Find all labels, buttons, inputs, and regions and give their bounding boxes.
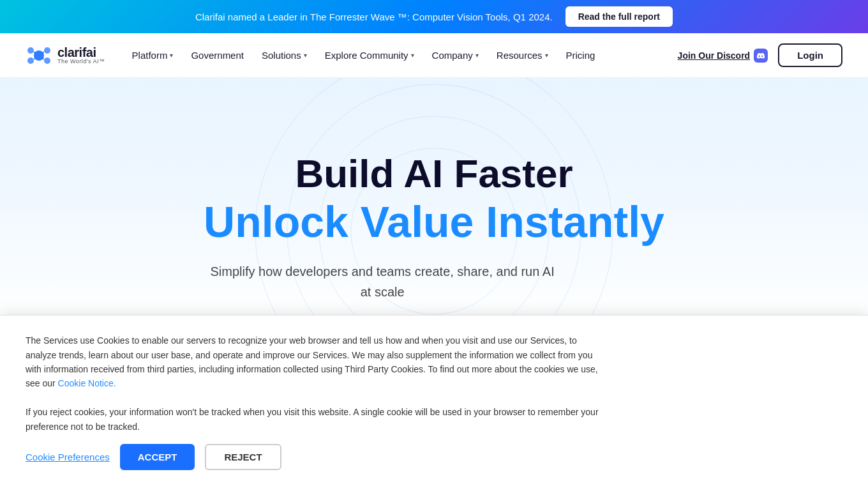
solutions-label: Solutions: [262, 50, 301, 61]
resources-chevron-icon: ▾: [545, 52, 548, 59]
banner-text: Clarifai named a Leader in The Forrester…: [195, 11, 553, 22]
navbar: clarifai The World's AI™ Platform ▾ Gove…: [0, 33, 868, 78]
nav-item-resources[interactable]: Resources ▾: [489, 45, 556, 66]
svg-point-1: [27, 47, 34, 54]
platform-chevron-icon: ▾: [170, 52, 173, 59]
nav-item-pricing[interactable]: Pricing: [558, 45, 603, 66]
login-button[interactable]: Login: [778, 43, 842, 67]
cookie-text-block: The Services use Cookies to enable our s…: [26, 333, 600, 385]
discord-label: Join Our Discord: [678, 50, 751, 61]
nav-item-explore-community[interactable]: Explore Community ▾: [317, 45, 422, 66]
cookie-body-text-1: The Services use Cookies to enable our s…: [26, 333, 600, 385]
discord-link[interactable]: Join Our Discord: [678, 49, 768, 63]
resources-label: Resources: [497, 50, 542, 61]
hero-subtitle: Simplify how developers and teams create…: [204, 261, 561, 302]
explore-chevron-icon: ▾: [411, 52, 414, 59]
nav-item-platform[interactable]: Platform ▾: [124, 45, 181, 66]
hero-content: Build AI Faster Unlock Value Instantly S…: [204, 152, 664, 323]
hero-title-line1: Build AI Faster: [204, 152, 664, 195]
nav-item-company[interactable]: Company ▾: [424, 45, 486, 66]
banner-cta-button[interactable]: Read the full report: [565, 6, 673, 27]
svg-point-2: [44, 47, 50, 54]
logo-link[interactable]: clarifai The World's AI™: [26, 44, 105, 67]
top-banner: Clarifai named a Leader in The Forrester…: [0, 0, 868, 33]
nav-items: Platform ▾ Government Solutions ▾ Explor…: [124, 45, 678, 66]
solutions-chevron-icon: ▾: [304, 52, 307, 59]
government-label: Government: [191, 50, 244, 61]
hero-title-line2: Unlock Value Instantly: [204, 198, 664, 246]
cookie-banner: The Services use Cookies to enable our s…: [0, 315, 868, 385]
discord-icon: [754, 49, 768, 63]
nav-item-government[interactable]: Government: [183, 45, 251, 66]
clarifai-logo-icon: [26, 44, 52, 67]
svg-point-0: [34, 50, 44, 61]
nav-item-solutions[interactable]: Solutions ▾: [254, 45, 315, 66]
logo-tagline: The World's AI™: [57, 59, 105, 65]
explore-community-label: Explore Community: [325, 50, 408, 61]
svg-point-4: [44, 57, 50, 64]
logo-name: clarifai: [57, 46, 105, 59]
cookie-notice-link[interactable]: Cookie Notice.: [58, 378, 116, 385]
platform-label: Platform: [132, 50, 168, 61]
pricing-label: Pricing: [566, 50, 595, 61]
company-chevron-icon: ▾: [475, 52, 479, 59]
nav-right: Join Our Discord Login: [678, 43, 842, 67]
svg-point-3: [27, 57, 34, 64]
company-label: Company: [432, 50, 473, 61]
